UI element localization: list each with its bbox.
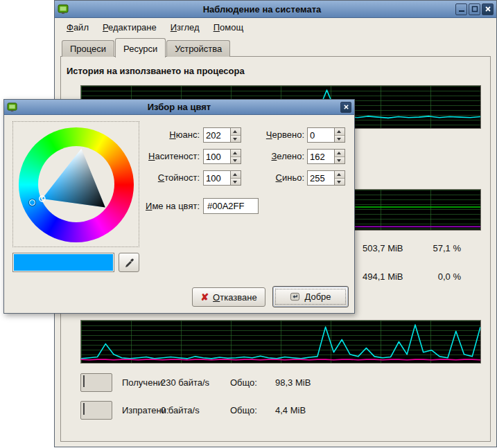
sent-total: 4,4 MiB — [275, 405, 306, 415]
menu-view[interactable]: Изглед — [164, 20, 206, 35]
saturation-spinner — [203, 149, 241, 164]
received-color-button[interactable] — [80, 373, 112, 392]
received-color-swatch — [83, 375, 85, 387]
green-down-arrow[interactable] — [335, 156, 345, 164]
color-preview-frame — [12, 253, 114, 272]
tab-resources[interactable]: Ресурси — [115, 38, 166, 57]
ok-icon — [290, 292, 300, 302]
blue-spinner — [307, 170, 345, 186]
cpu-section-title: История на използването на процесора — [67, 66, 245, 76]
received-total: 98,3 MiB — [275, 377, 311, 388]
sent-rate: 0 байта/s — [161, 405, 230, 415]
sent-color-button[interactable] — [80, 401, 112, 420]
swap-stat-row: 494,1 MiB 0,0 % — [363, 271, 461, 282]
red-down-arrow[interactable] — [335, 135, 345, 143]
color-name-label: Име на цвят: — [132, 201, 200, 211]
eyedropper-icon — [123, 257, 134, 268]
main-titlebar[interactable]: Наблюдение на системата — [55, 1, 496, 18]
desktop-background: Наблюдение на системата Файл Редактиране… — [0, 0, 497, 448]
swap-percent: 0,0 % — [422, 271, 461, 282]
swap-amount: 494,1 MiB — [363, 271, 422, 282]
network-sent-row: Изпратени: 0 байта/s Общо: 4,4 MiB — [80, 400, 306, 420]
ok-button[interactable]: Добре — [272, 286, 349, 307]
tab-processes[interactable]: Процеси — [62, 40, 114, 57]
minimize-button[interactable] — [455, 3, 467, 15]
sent-total-label: Общо: — [230, 405, 275, 415]
cancel-button-label: Отказване — [213, 292, 257, 303]
network-received-row: Получени: 230 байта/s Общо: 98,3 MiB — [80, 373, 311, 392]
dialog-app-icon — [7, 102, 18, 113]
received-total-label: Общо: — [230, 377, 275, 388]
green-input[interactable] — [308, 150, 334, 163]
hue-spinner — [203, 127, 241, 143]
memory-stat-row: 503,7 MiB 57,1 % — [363, 243, 461, 253]
dialog-close-icon — [343, 104, 349, 110]
green-spinner — [307, 149, 345, 164]
saturation-value-triangle[interactable] — [19, 127, 134, 242]
color-wheel[interactable] — [12, 121, 139, 247]
dialog-close-button[interactable] — [340, 102, 351, 113]
blue-label: Синьо: — [237, 172, 304, 183]
menubar: Файл Редактиране Изглед Помощ — [55, 19, 496, 36]
green-label: Зелено: — [237, 151, 304, 161]
sent-color-swatch — [83, 403, 85, 415]
maximize-button[interactable] — [469, 3, 480, 15]
red-spinner — [307, 127, 345, 143]
close-icon — [485, 6, 491, 12]
maximize-icon — [471, 6, 478, 12]
dialog-titlebar[interactable]: Избор на цвят — [4, 100, 354, 115]
color-name-input[interactable] — [203, 198, 259, 214]
saturation-input[interactable] — [204, 150, 230, 163]
red-input[interactable] — [308, 128, 334, 142]
eyedropper-button[interactable] — [119, 253, 139, 272]
cancel-button[interactable]: ✘ Отказване — [192, 287, 265, 307]
hue-selection-marker — [29, 199, 35, 206]
cancel-icon: ✘ — [200, 292, 209, 302]
minimize-icon — [458, 6, 465, 12]
tab-devices[interactable]: Устройства — [166, 40, 230, 57]
received-label: Получени: — [122, 377, 161, 388]
hue-input[interactable] — [204, 128, 230, 142]
color-preview — [14, 254, 113, 271]
red-up-arrow[interactable] — [335, 128, 345, 135]
network-history-plot — [81, 321, 480, 363]
value-input[interactable] — [204, 171, 230, 185]
color-picker-dialog: Избор на цвят — [3, 99, 355, 314]
received-rate: 230 байта/s — [161, 377, 230, 388]
dialog-title: Избор на цвят — [18, 102, 340, 112]
window-title: Наблюдение на системата — [69, 4, 455, 15]
menu-help[interactable]: Помощ — [207, 20, 250, 35]
network-history-chart — [80, 320, 481, 364]
ok-button-label: Добре — [304, 292, 331, 302]
blue-up-arrow[interactable] — [335, 171, 345, 178]
memory-percent: 57,1 % — [422, 243, 461, 253]
value-label: Стойност: — [132, 172, 200, 183]
tab-bar: Процеси Ресурси Устройства — [62, 39, 230, 57]
value-spinner — [203, 170, 241, 186]
menu-file[interactable]: Файл — [60, 20, 95, 35]
blue-down-arrow[interactable] — [335, 178, 345, 186]
saturation-label: Наситеност: — [132, 151, 200, 161]
blue-input[interactable] — [308, 171, 334, 185]
close-button[interactable] — [482, 3, 494, 15]
window-controls — [455, 3, 494, 15]
green-up-arrow[interactable] — [335, 150, 345, 156]
hue-label: Нюанс: — [132, 129, 200, 140]
sent-label: Изпратени: — [122, 405, 161, 415]
menu-edit[interactable]: Редактиране — [96, 20, 163, 35]
app-icon — [58, 3, 69, 15]
red-label: Червено: — [237, 129, 304, 140]
memory-amount: 503,7 MiB — [363, 243, 422, 253]
